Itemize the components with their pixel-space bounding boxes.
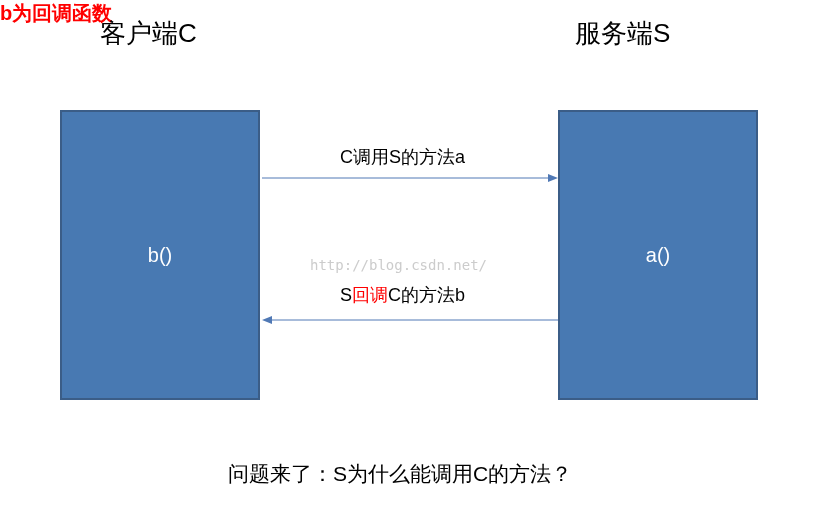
forward-arrow bbox=[262, 173, 558, 183]
svg-marker-1 bbox=[548, 174, 558, 182]
client-header: 客户端C bbox=[100, 16, 197, 51]
server-header: 服务端S bbox=[575, 16, 670, 51]
callback-arrow bbox=[262, 315, 558, 325]
svg-marker-3 bbox=[262, 316, 272, 324]
client-box: b() bbox=[60, 110, 260, 400]
watermark: http://blog.csdn.net/ bbox=[310, 257, 487, 273]
server-box: a() bbox=[558, 110, 758, 400]
question-text: 问题来了：S为什么能调用C的方法？ bbox=[228, 460, 572, 488]
server-method-label: a() bbox=[646, 244, 670, 267]
callback-label: S回调C的方法b bbox=[340, 283, 465, 307]
forward-label: C调用S的方法a bbox=[340, 145, 465, 169]
client-method-label: b() bbox=[148, 244, 172, 267]
